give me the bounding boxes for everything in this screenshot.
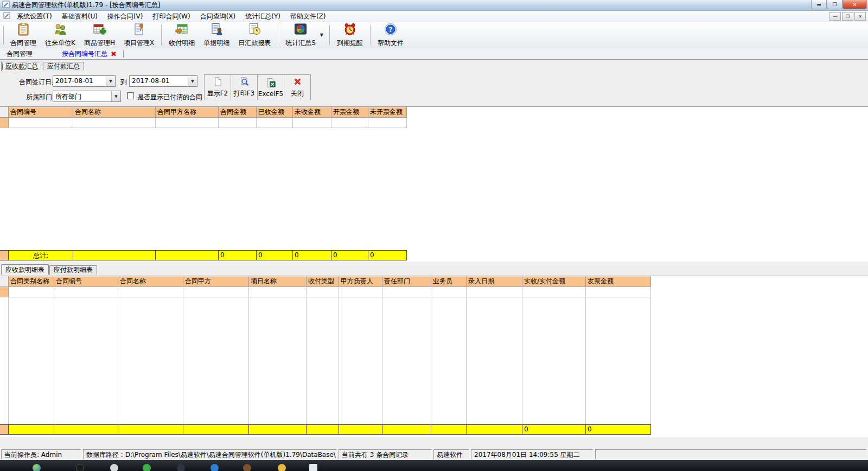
toolbar-statistics-summary-button[interactable]: 统计汇总S (281, 22, 320, 48)
column-header[interactable]: 业务员 (431, 276, 467, 287)
taskbar-app-icon[interactable] (309, 464, 317, 471)
department-combobox[interactable]: 所有部门 ▼ (53, 91, 121, 102)
column-header[interactable]: 合同类别名称 (9, 276, 54, 287)
column-header[interactable]: 合同金额 (219, 107, 257, 118)
column-header[interactable]: 未开票金额 (368, 107, 407, 118)
detail-grid-empty-row[interactable] (0, 287, 868, 297)
toolbar-partner-units-button[interactable]: 往来单位K (41, 22, 80, 48)
toolbar-project-management-button[interactable]: 项目管理X (119, 22, 158, 48)
toolbar-receipt-detail-button[interactable]: 单据明细 (199, 22, 234, 48)
column-header[interactable]: 录入日期 (467, 276, 522, 287)
taskbar-app-icon[interactable] (210, 464, 219, 471)
close-view-button[interactable]: 关闭 (284, 75, 311, 100)
menu-print-contract[interactable]: 打印合同(W) (148, 11, 195, 22)
toolbar-help-button[interactable]: ? 帮助文件 (373, 22, 408, 48)
chevron-down-icon[interactable]: ▼ (111, 91, 120, 101)
column-header[interactable]: 已收金额 (257, 107, 293, 118)
column-header[interactable]: 开票金额 (331, 107, 368, 118)
column-header[interactable]: 合同名称 (118, 276, 183, 287)
column-header[interactable]: 未收金额 (293, 107, 331, 118)
mdi-close-button[interactable]: ✕ (854, 12, 866, 21)
tab-separator (123, 50, 124, 58)
restore-button[interactable]: ❐ (827, 0, 843, 9)
tab-receivable-detail[interactable]: 应收款明细表 (1, 264, 49, 275)
chevron-down-icon[interactable]: ▼ (106, 76, 115, 86)
mdi-system-icon[interactable] (3, 12, 10, 21)
summary-grid-empty-row[interactable] (0, 118, 868, 128)
taskbar-app-icon[interactable] (278, 464, 286, 471)
window-title: 易速合同管理软件(单机版)1.79 - [按合同编号汇总] (12, 1, 160, 10)
menu-help[interactable]: 帮助文件(Z) (285, 11, 331, 22)
total-actual-amount: 0 (522, 424, 586, 435)
taskbar-app-icon[interactable] (243, 464, 251, 471)
toolbar-due-reminder-button[interactable]: 到期提醒 (333, 22, 367, 48)
status-empty-panel (595, 449, 867, 460)
document-tab-bar: 合同管理 按合同编号汇总 ✖ (0, 48, 868, 60)
print-button[interactable]: 打印F3 (231, 75, 258, 100)
menu-base-data[interactable]: 基础资料(U) (57, 11, 103, 22)
excel-export-button[interactable]: ExcelF5 (258, 75, 284, 100)
column-header[interactable]: 实收/实付金额 (522, 276, 586, 287)
alarm-icon (343, 22, 357, 38)
menu-statistics[interactable]: 统计汇总(Y) (240, 11, 285, 22)
column-header[interactable]: 合同甲方 (183, 276, 249, 287)
menu-system-settings[interactable]: 系统设置(T) (12, 11, 57, 22)
status-vendor: 易速软件 (433, 449, 469, 460)
summary-grid: 合同编号 合同名称 合同甲方名称 合同金额 已收金额 未收金额 开票金额 未开票… (0, 106, 868, 262)
toolbar-payment-detail-button[interactable]: 收付明细 (164, 22, 199, 48)
total-uninvoiced-amount: 0 (368, 250, 407, 260)
status-operator: 当前操作员: Admin (1, 449, 81, 460)
application-window: 易速合同管理软件(单机版)1.79 - [按合同编号汇总] ▬ ❐ ✕ 系统设置… (0, 0, 868, 471)
toolbar-goods-management-button[interactable]: 商品管理H (80, 22, 119, 48)
help-icon: ? (384, 22, 398, 38)
status-record-count: 当前共有 3 条合同记录 (339, 449, 432, 460)
toolbar-daily-report-button[interactable]: 日汇款报表 (234, 22, 275, 48)
tab-close-icon[interactable]: ✖ (111, 50, 117, 58)
column-header[interactable]: 责任部门 (382, 276, 431, 287)
column-header[interactable]: 项目名称 (249, 276, 307, 287)
summary-tab-strip: 应收款汇总 应付款汇总 (0, 61, 85, 71)
chevron-down-icon[interactable]: ▼ (188, 76, 197, 86)
start-orb-icon[interactable] (33, 464, 41, 471)
show-button[interactable]: 显示F2 (205, 75, 231, 100)
column-header[interactable]: 甲方负责人 (339, 276, 382, 287)
column-header[interactable]: 发票金额 (586, 276, 651, 287)
tab-payable-summary[interactable]: 应付款汇总 (43, 62, 84, 71)
detail-grid-body (0, 297, 868, 424)
total-contract-amount: 0 (219, 250, 257, 260)
taskbar-app-icon[interactable] (76, 464, 84, 471)
column-header[interactable]: 合同甲方名称 (156, 107, 219, 118)
mdi-restore-button[interactable]: ❐ (842, 12, 853, 21)
doc-tab-summary-by-contract-no[interactable]: 按合同编号汇总 ✖ (55, 48, 123, 59)
date-from-combobox[interactable]: 2017-08-01 ▼ (53, 75, 116, 87)
payments-icon (175, 22, 189, 38)
to-label: 到 (120, 78, 127, 87)
tab-payable-detail[interactable]: 应付款明细表 (49, 265, 97, 275)
taskbar-app-icon[interactable] (143, 464, 151, 471)
column-header[interactable]: 合同编号 (54, 276, 118, 287)
windows-taskbar (0, 460, 868, 471)
menu-contract-query[interactable]: 合同查询(X) (195, 11, 241, 22)
partners-icon (53, 22, 67, 38)
app-icon (2, 1, 10, 10)
taskbar-app-icon[interactable] (110, 464, 118, 471)
toolbar-separator (161, 25, 162, 45)
doc-tab-contract-management[interactable]: 合同管理 (0, 48, 39, 59)
column-header[interactable]: 合同名称 (73, 107, 156, 118)
mdi-minimize-button[interactable]: — (829, 12, 841, 21)
statistics-dropdown-arrow[interactable]: ▼ (320, 22, 327, 48)
date-to-combobox[interactable]: 2017-08-01 ▼ (129, 75, 197, 87)
menu-operate-contract[interactable]: 操作合同(V) (103, 11, 148, 22)
tab-receivable-summary[interactable]: 应收款汇总 (1, 61, 42, 71)
column-header[interactable]: 合同编号 (9, 107, 73, 118)
close-button[interactable]: ✕ (843, 0, 867, 9)
toolbar-grip (2, 26, 4, 44)
department-label: 所属部门: (26, 93, 54, 102)
action-button-group: 显示F2 打印F3 ExcelF5 关闭 (204, 74, 311, 100)
toolbar-contract-management-button[interactable]: 合同管理 (6, 22, 41, 48)
minimize-button[interactable]: ▬ (811, 0, 827, 9)
show-paid-contracts-checkbox[interactable] (127, 92, 134, 99)
column-header[interactable]: 收付类型 (307, 276, 339, 287)
clipboard-icon (16, 22, 30, 38)
taskbar-app-icon[interactable] (177, 464, 185, 471)
